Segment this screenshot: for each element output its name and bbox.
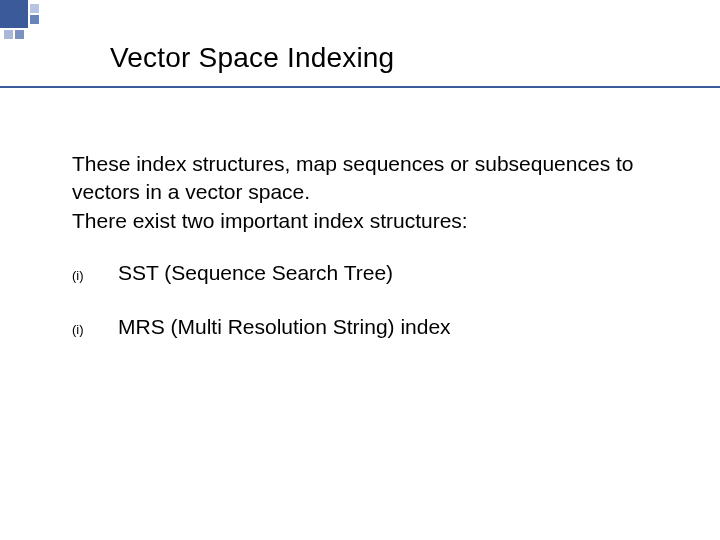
title-block: Vector Space Indexing [0, 42, 720, 88]
deco-square-small [4, 30, 13, 39]
list-marker: (i) [72, 322, 118, 337]
deco-square-small [30, 15, 39, 24]
intro-paragraph: These index structures, map sequences or… [72, 150, 660, 235]
deco-square-small [30, 4, 39, 13]
deco-square-large [0, 0, 28, 28]
list-item: (i) MRS (Multi Resolution String) index [72, 315, 660, 339]
list-item-text: MRS (Multi Resolution String) index [118, 315, 451, 339]
corner-decoration [0, 0, 44, 44]
list-marker: (i) [72, 268, 118, 283]
deco-square-small [15, 30, 24, 39]
intro-line-1: These index structures, map sequences or… [72, 152, 633, 203]
list-item-text: SST (Sequence Search Tree) [118, 261, 393, 285]
intro-line-2: There exist two important index structur… [72, 209, 468, 232]
slide-body: These index structures, map sequences or… [72, 150, 660, 369]
list-item: (i) SST (Sequence Search Tree) [72, 261, 660, 285]
slide-title: Vector Space Indexing [110, 42, 720, 74]
